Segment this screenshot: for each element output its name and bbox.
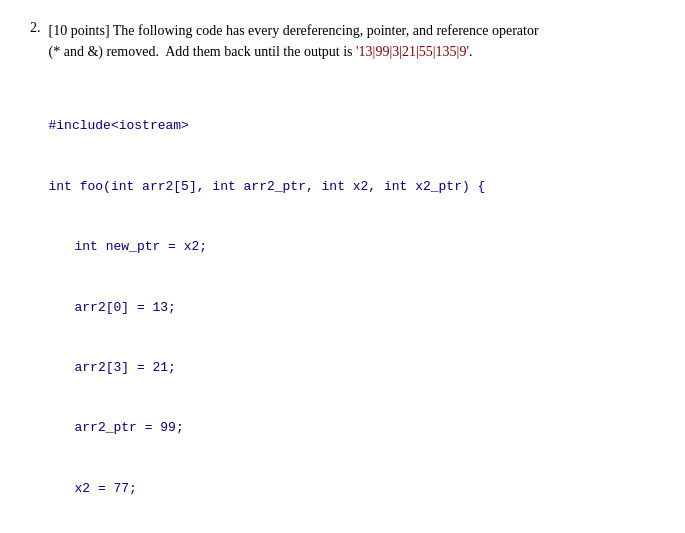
problem-container: 2. [10 points] The following code has ev… — [30, 20, 655, 533]
expected-output: '13|99|3|21|55|135|9' — [356, 44, 469, 59]
problem-number: 2. — [30, 20, 41, 533]
code-line-2: int foo(int arr2[5], int arr2_ptr, int x… — [49, 177, 656, 197]
code-line-5: arr2[3] = 21; — [49, 358, 656, 378]
problem-description: [10 points] The following code has every… — [49, 20, 656, 62]
problem-intro-end: . — [469, 44, 473, 59]
code-line-4: arr2[0] = 13; — [49, 298, 656, 318]
code-line-7: x2 = 77; — [49, 479, 656, 499]
code-block: #include<iostream> int foo(int arr2[5], … — [49, 76, 656, 533]
problem-content: [10 points] The following code has every… — [49, 20, 656, 533]
code-line-6: arr2_ptr = 99; — [49, 418, 656, 438]
code-line-1: #include<iostream> — [49, 116, 656, 136]
code-line-3: int new_ptr = x2; — [49, 237, 656, 257]
